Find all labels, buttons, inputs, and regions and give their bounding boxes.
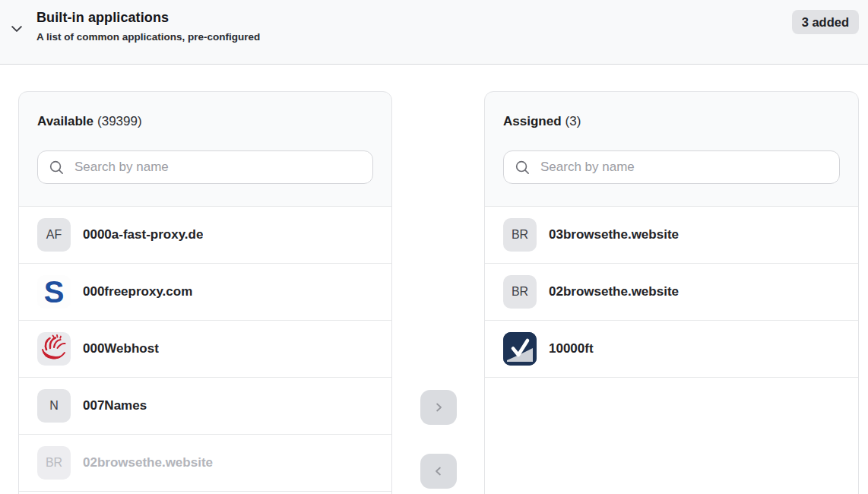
chevron-left-icon <box>432 464 445 478</box>
available-panel-header: Available(39399) <box>19 92 391 206</box>
search-icon <box>49 160 65 176</box>
app-initials-avatar: N <box>37 389 71 423</box>
available-panel: Available(39399) AF 0000a-fast-proxy.de … <box>18 91 392 494</box>
assigned-search-input[interactable] <box>539 159 828 176</box>
app-name: 02browsethe.website <box>83 455 213 470</box>
chevron-right-icon <box>432 401 445 414</box>
list-item[interactable]: BR 02browsethe.website <box>485 264 858 321</box>
list-item[interactable]: BR 03browsethe.website <box>485 207 858 264</box>
available-title-label: Available <box>37 114 93 128</box>
available-panel-title: Available(39399) <box>37 112 373 131</box>
section-title: Built-in applications <box>36 9 260 26</box>
available-search-input[interactable] <box>73 159 362 176</box>
available-search-box <box>37 150 373 184</box>
assigned-count: (3) <box>565 114 581 128</box>
app-name: 03browsethe.website <box>549 227 679 242</box>
built-in-applications-section: Built-in applications A list of common a… <box>0 0 868 494</box>
assigned-panel-header: Assigned(3) <box>485 92 858 206</box>
chevron-down-icon <box>9 21 24 36</box>
move-to-assigned-button[interactable] <box>420 390 457 425</box>
app-name: 10000ft <box>549 341 594 356</box>
app-initials-avatar: BR <box>503 275 537 309</box>
assigned-title-label: Assigned <box>503 114 562 128</box>
search-icon <box>515 160 531 176</box>
webhost-logo-icon <box>37 332 71 366</box>
collapse-section-button[interactable] <box>6 18 27 40</box>
app-name: 02browsethe.website <box>549 284 679 299</box>
app-initials-avatar: AF <box>37 218 71 252</box>
app-initials-avatar: BR <box>37 446 71 480</box>
freeproxy-logo-icon: S <box>37 275 71 309</box>
app-name: 000Webhost <box>83 341 159 356</box>
assigned-app-list: BR 03browsethe.website BR 02browsethe.we… <box>485 206 858 494</box>
assigned-panel-title: Assigned(3) <box>503 112 840 131</box>
section-header-text: Built-in applications A list of common a… <box>36 9 260 43</box>
tenthousandft-logo-icon <box>503 332 537 366</box>
list-item[interactable]: N 007Names <box>19 378 391 435</box>
app-name: 0000a-fast-proxy.de <box>83 227 203 242</box>
assigned-panel: Assigned(3) BR 03browsethe.website BR 0 <box>484 91 859 494</box>
move-to-available-button[interactable] <box>420 454 457 489</box>
assigned-search-box <box>503 150 840 184</box>
added-count-badge: 3 added <box>792 10 859 34</box>
section-subtitle: A list of common applications, pre-confi… <box>36 31 260 43</box>
app-name: 000freeproxy.com <box>83 284 192 299</box>
list-item[interactable]: 10000ft <box>485 321 858 378</box>
available-app-list: AF 0000a-fast-proxy.de S 000freeproxy.co… <box>19 206 391 494</box>
list-item[interactable]: AF 0000a-fast-proxy.de <box>19 207 391 264</box>
list-item[interactable]: 000Webhost <box>19 321 391 378</box>
app-initials-avatar: BR <box>503 218 537 252</box>
list-item[interactable]: S 000freeproxy.com <box>19 264 391 321</box>
section-header: Built-in applications A list of common a… <box>0 0 868 65</box>
available-count: (39399) <box>97 114 142 128</box>
app-name: 007Names <box>83 398 147 413</box>
list-item-disabled: BR 02browsethe.website <box>19 435 391 492</box>
